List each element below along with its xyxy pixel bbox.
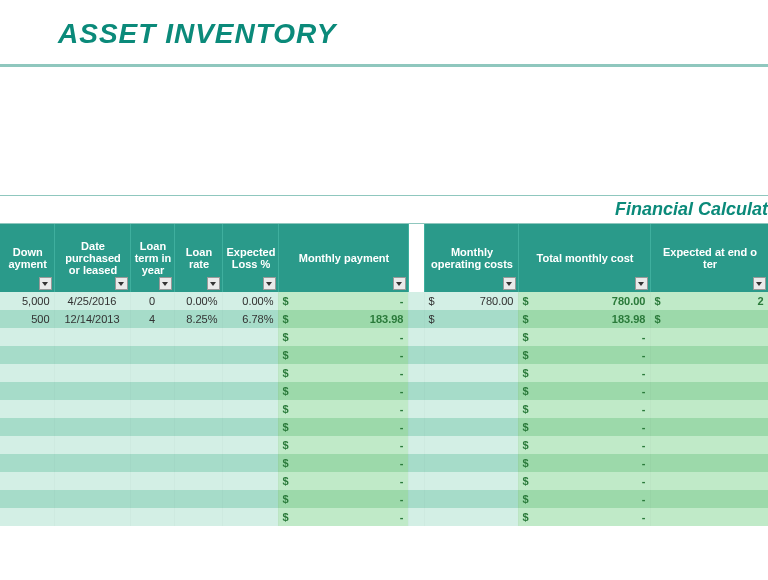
cell[interactable]: $- [278, 382, 408, 400]
cell[interactable] [408, 400, 424, 418]
cell[interactable]: $- [518, 490, 650, 508]
cell[interactable]: $- [518, 346, 650, 364]
cell[interactable] [222, 418, 278, 436]
cell[interactable] [174, 400, 222, 418]
cell[interactable] [0, 508, 54, 526]
cell[interactable] [408, 472, 424, 490]
cell[interactable] [0, 490, 54, 508]
cell[interactable] [650, 436, 768, 454]
cell[interactable] [174, 508, 222, 526]
cell[interactable] [0, 400, 54, 418]
col-total-monthly[interactable]: Total monthly cost [518, 224, 650, 292]
cell[interactable] [54, 508, 130, 526]
cell[interactable] [0, 346, 54, 364]
col-down-payment[interactable]: Down ayment [0, 224, 54, 292]
cell[interactable]: $- [278, 364, 408, 382]
cell[interactable] [0, 436, 54, 454]
cell[interactable] [54, 490, 130, 508]
cell[interactable] [408, 346, 424, 364]
cell[interactable] [222, 472, 278, 490]
cell[interactable] [174, 490, 222, 508]
cell[interactable] [130, 328, 174, 346]
table-row[interactable]: 50012/14/201348.25%6.78%$183.98$$183.98$ [0, 310, 768, 328]
cell[interactable] [222, 346, 278, 364]
cell[interactable] [174, 328, 222, 346]
cell[interactable]: 6.78% [222, 310, 278, 328]
cell[interactable] [130, 490, 174, 508]
cell[interactable] [408, 364, 424, 382]
filter-icon[interactable] [263, 277, 276, 290]
cell[interactable]: $- [278, 436, 408, 454]
cell[interactable] [0, 472, 54, 490]
cell[interactable]: $- [278, 508, 408, 526]
cell[interactable] [424, 382, 518, 400]
cell[interactable] [222, 400, 278, 418]
cell[interactable] [0, 328, 54, 346]
table-row[interactable]: $-$- [0, 418, 768, 436]
cell[interactable]: $780.00 [424, 292, 518, 310]
cell[interactable] [650, 382, 768, 400]
cell[interactable] [408, 454, 424, 472]
cell[interactable] [424, 328, 518, 346]
cell[interactable]: $- [518, 400, 650, 418]
col-date[interactable]: Date purchased or leased [54, 224, 130, 292]
cell[interactable] [408, 490, 424, 508]
cell[interactable]: $780.00 [518, 292, 650, 310]
cell[interactable]: 4 [130, 310, 174, 328]
table-row[interactable]: $-$- [0, 490, 768, 508]
cell[interactable] [174, 382, 222, 400]
cell[interactable] [130, 400, 174, 418]
col-loan-term[interactable]: Loan term in year [130, 224, 174, 292]
col-loan-rate[interactable]: Loan rate [174, 224, 222, 292]
cell[interactable] [408, 418, 424, 436]
cell[interactable] [424, 490, 518, 508]
cell[interactable] [54, 400, 130, 418]
col-monthly-payment[interactable]: Monthly payment [278, 224, 408, 292]
cell[interactable] [54, 382, 130, 400]
cell[interactable] [174, 472, 222, 490]
cell[interactable] [174, 436, 222, 454]
cell[interactable] [650, 400, 768, 418]
cell[interactable] [408, 292, 424, 310]
cell[interactable]: $- [518, 418, 650, 436]
cell[interactable] [54, 418, 130, 436]
cell[interactable] [54, 364, 130, 382]
cell[interactable] [130, 346, 174, 364]
filter-icon[interactable] [39, 277, 52, 290]
cell[interactable]: 12/14/2013 [54, 310, 130, 328]
table-row[interactable]: $-$- [0, 454, 768, 472]
cell[interactable] [424, 346, 518, 364]
cell[interactable]: $183.98 [278, 310, 408, 328]
cell[interactable] [130, 472, 174, 490]
cell[interactable]: $- [278, 346, 408, 364]
cell[interactable] [54, 436, 130, 454]
cell[interactable]: $- [278, 418, 408, 436]
filter-icon[interactable] [503, 277, 516, 290]
cell[interactable]: 5,000 [0, 292, 54, 310]
cell[interactable]: 4/25/2016 [54, 292, 130, 310]
cell[interactable] [650, 364, 768, 382]
cell[interactable] [222, 328, 278, 346]
cell[interactable]: $2 [650, 292, 768, 310]
cell[interactable] [222, 508, 278, 526]
cell[interactable] [174, 454, 222, 472]
cell[interactable] [0, 364, 54, 382]
cell[interactable] [222, 436, 278, 454]
cell[interactable] [174, 364, 222, 382]
cell[interactable] [650, 472, 768, 490]
cell[interactable] [130, 436, 174, 454]
cell[interactable] [650, 346, 768, 364]
cell[interactable] [0, 454, 54, 472]
cell[interactable] [54, 454, 130, 472]
cell[interactable] [650, 454, 768, 472]
cell[interactable] [54, 472, 130, 490]
cell[interactable] [408, 436, 424, 454]
cell[interactable]: $- [518, 364, 650, 382]
cell[interactable]: $- [278, 292, 408, 310]
cell[interactable]: 0.00% [174, 292, 222, 310]
cell[interactable] [424, 508, 518, 526]
cell[interactable] [54, 346, 130, 364]
filter-icon[interactable] [115, 277, 128, 290]
table-row[interactable]: $-$- [0, 400, 768, 418]
table-row[interactable]: 5,0004/25/201600.00%0.00%$-$780.00$780.0… [0, 292, 768, 310]
